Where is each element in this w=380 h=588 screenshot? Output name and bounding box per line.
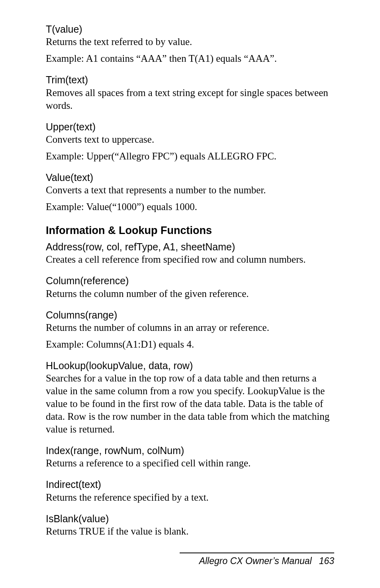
function-block: Trim(text) Removes all spaces from a tex… [46,74,334,112]
function-name: Upper(text) [46,121,334,133]
footer-title: Allegro CX Owner’s Manual [199,556,312,566]
function-block: Indirect(text) Returns the reference spe… [46,478,334,503]
function-example: Example: Columns(A1:D1) equals 4. [46,338,334,351]
function-description: Returns a reference to a specified cell … [46,457,334,470]
function-description: Returns TRUE if the value is blank. [46,525,334,538]
page-number: 163 [319,556,334,566]
function-description: Searches for a value in the top row of a… [46,372,334,436]
function-name: Trim(text) [46,74,334,86]
function-description: Creates a cell reference from specified … [46,253,334,266]
function-description: Converts a text that represents a number… [46,184,334,197]
function-description: Returns the column number of the given r… [46,287,334,300]
section-heading: Information & Lookup Functions [46,224,334,237]
function-example: Example: A1 contains “AAA” then T(A1) eq… [46,52,334,65]
function-description: Returns the text referred to by value. [46,35,334,48]
function-name: Value(text) [46,171,334,184]
function-block: Index(range, rowNum, colNum) Returns a r… [46,444,334,470]
function-block: IsBlank(value) Returns TRUE if the value… [46,513,334,538]
function-name: Column(reference) [46,275,334,287]
page-footer: Allegro CX Owner’s Manual163 [180,553,334,566]
function-name: Columns(range) [46,309,334,321]
function-name: HLookup(lookupValue, data, row) [46,360,334,372]
function-description: Converts text to uppercase. [46,133,334,146]
footer-text: Allegro CX Owner’s Manual163 [180,556,334,566]
footer-divider [180,553,334,553]
page-container: T(value) Returns the text referred to by… [0,0,380,588]
function-example: Example: Value(“1000”) equals 1000. [46,201,334,213]
function-block: Column(reference) Returns the column num… [46,275,334,300]
function-name: T(value) [46,23,334,35]
function-block: Address(row, col, refType, A1, sheetName… [46,241,334,266]
function-block: HLookup(lookupValue, data, row) Searches… [46,360,334,436]
function-block: T(value) Returns the text referred to by… [46,23,334,65]
function-description: Returns the reference specified by a tex… [46,491,334,504]
function-name: IsBlank(value) [46,513,334,525]
function-block: Upper(text) Converts text to uppercase. … [46,121,334,163]
function-block: Value(text) Converts a text that represe… [46,171,334,213]
function-description: Removes all spaces from a text string ex… [46,87,334,112]
function-name: Index(range, rowNum, colNum) [46,444,334,457]
function-description: Returns the number of columns in an arra… [46,321,334,334]
function-name: Address(row, col, refType, A1, sheetName… [46,241,334,253]
function-name: Indirect(text) [46,478,334,491]
function-example: Example: Upper(“Allegro FPC”) equals ALL… [46,150,334,163]
function-block: Columns(range) Returns the number of col… [46,309,334,351]
